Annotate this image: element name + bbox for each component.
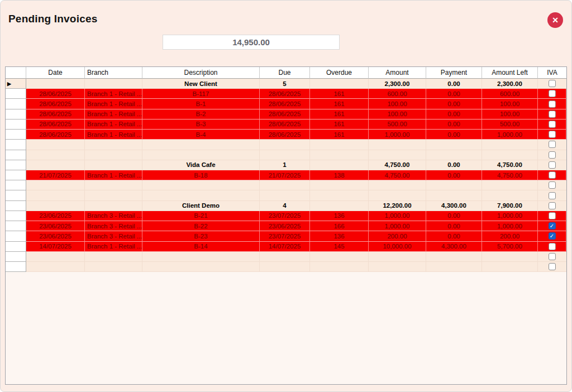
cell-overdue[interactable]: 161	[310, 109, 369, 119]
cell-payment[interactable]	[426, 150, 482, 160]
cell-description[interactable]: B-4	[142, 130, 260, 140]
cell-date[interactable]: 28/06/2025	[26, 109, 85, 119]
iva-checkbox[interactable]	[549, 263, 556, 270]
cell-overdue[interactable]	[310, 190, 369, 200]
iva-checkbox[interactable]	[549, 171, 556, 179]
cell-amount_left[interactable]	[482, 140, 538, 150]
cell-due[interactable]: 28/06/2025	[260, 99, 310, 109]
cell-description[interactable]: B-2	[142, 109, 260, 119]
cell-branch[interactable]: Branch 3 - Retail ...	[85, 231, 142, 241]
cell-overdue[interactable]: 161	[310, 130, 369, 140]
cell-description[interactable]	[142, 262, 260, 272]
cell-payment[interactable]: 0.00	[426, 99, 482, 109]
iva-checkbox[interactable]	[549, 253, 556, 260]
cell-amount_left[interactable]: 100.00	[482, 109, 538, 119]
cell-payment[interactable]	[426, 262, 482, 272]
cell-overdue[interactable]	[310, 160, 369, 170]
cell-due[interactable]: 28/06/2025	[260, 119, 310, 130]
cell-amount[interactable]: 100.00	[369, 109, 426, 119]
cell-date[interactable]: 23/06/2025	[26, 231, 85, 241]
cell-amount[interactable]: 500.00	[369, 119, 426, 130]
cell-amount[interactable]: 600.00	[369, 89, 426, 99]
cell-date[interactable]: 28/06/2025	[26, 99, 85, 109]
cell-payment[interactable]: 4,300.00	[426, 242, 482, 252]
cell-date[interactable]	[26, 150, 85, 160]
cell-payment[interactable]	[426, 190, 482, 200]
cell-amount_left[interactable]	[482, 252, 538, 262]
cell-description[interactable]: Client Demo	[142, 201, 260, 211]
cell-overdue[interactable]	[310, 262, 369, 272]
cell-due[interactable]: 21/07/2025	[260, 170, 310, 180]
cell-amount[interactable]	[369, 252, 426, 262]
row-header-cell[interactable]	[6, 99, 26, 109]
cell-amount[interactable]: 100.00	[369, 99, 426, 109]
iva-checkbox[interactable]	[549, 181, 556, 189]
cell-due[interactable]	[260, 140, 310, 150]
cell-description[interactable]: B-14	[142, 242, 260, 252]
cell-branch[interactable]	[85, 140, 142, 150]
cell-description[interactable]: Vida Cafe	[142, 160, 260, 170]
column-header-description[interactable]: Description	[142, 67, 260, 79]
cell-branch[interactable]: Branch 3 - Retail ...	[85, 221, 142, 231]
cell-due[interactable]: 23/07/2025	[260, 231, 310, 241]
cell-amount_left[interactable]	[482, 190, 538, 200]
cell-amount_left[interactable]	[482, 180, 538, 190]
column-header-amount_left[interactable]: Amount Left	[482, 67, 538, 79]
cell-payment[interactable]: 0.00	[426, 130, 482, 140]
cell-amount[interactable]: 4,750.00	[369, 160, 426, 170]
row-header-cell[interactable]	[6, 150, 26, 160]
cell-payment[interactable]	[426, 180, 482, 190]
row-header-cell[interactable]	[6, 180, 26, 190]
iva-checkbox[interactable]	[549, 212, 556, 219]
row-header-cell[interactable]	[6, 211, 26, 221]
cell-date[interactable]: 28/06/2025	[26, 119, 85, 130]
cell-payment[interactable]: 4,300.00	[426, 201, 482, 211]
column-header-date[interactable]: Date	[26, 67, 85, 79]
cell-amount[interactable]: 4,750.00	[369, 170, 426, 180]
cell-due[interactable]	[260, 252, 310, 262]
cell-branch[interactable]: Branch 3 - Retail ...	[85, 211, 142, 221]
cell-branch[interactable]: Branch 1 - Retail ...	[85, 99, 142, 109]
cell-date[interactable]: 21/07/2025	[26, 170, 85, 180]
cell-branch[interactable]: Branch 1 - Retail ...	[85, 119, 142, 130]
cell-overdue[interactable]	[310, 252, 369, 262]
cell-branch[interactable]	[85, 180, 142, 190]
cell-payment[interactable]: 0.00	[426, 211, 482, 221]
cell-date[interactable]	[26, 262, 85, 272]
row-header-cell[interactable]	[6, 130, 26, 140]
iva-checkbox[interactable]	[549, 192, 556, 199]
cell-payment[interactable]	[426, 140, 482, 150]
cell-overdue[interactable]	[310, 201, 369, 211]
cell-description[interactable]	[142, 150, 260, 160]
row-header-cell[interactable]	[6, 242, 26, 252]
cell-date[interactable]	[26, 180, 85, 190]
cell-branch[interactable]: Branch 1 - Retail ...	[85, 170, 142, 180]
cell-overdue[interactable]	[310, 180, 369, 190]
cell-description[interactable]: B-18	[142, 170, 260, 180]
cell-payment[interactable]: 0.00	[426, 119, 482, 130]
cell-branch[interactable]	[85, 190, 142, 200]
cell-amount_left[interactable]: 2,300.00	[482, 79, 538, 89]
cell-date[interactable]	[26, 201, 85, 211]
cell-amount[interactable]: 12,200.00	[369, 201, 426, 211]
cell-amount[interactable]: 1,000.00	[369, 221, 426, 231]
cell-amount_left[interactable]: 600.00	[482, 89, 538, 99]
cell-due[interactable]	[260, 180, 310, 190]
cell-amount_left[interactable]	[482, 150, 538, 160]
cell-date[interactable]: 28/06/2025	[26, 89, 85, 99]
cell-overdue[interactable]: 136	[310, 231, 369, 241]
cell-amount[interactable]	[369, 180, 426, 190]
cell-branch[interactable]	[85, 79, 142, 89]
cell-due[interactable]: 23/06/2025	[260, 221, 310, 231]
iva-checkbox[interactable]	[549, 80, 556, 87]
iva-checkbox[interactable]	[549, 151, 556, 159]
cell-description[interactable]: B-1	[142, 99, 260, 109]
row-header-cell[interactable]	[6, 201, 26, 211]
cell-due[interactable]	[260, 262, 310, 272]
cell-amount[interactable]	[369, 140, 426, 150]
cell-amount[interactable]: 1,000.00	[369, 130, 426, 140]
iva-checkbox[interactable]	[549, 111, 556, 118]
cell-amount_left[interactable]: 100.00	[482, 99, 538, 109]
cell-amount[interactable]: 2,300.00	[369, 79, 426, 89]
cell-amount[interactable]: 1,000.00	[369, 211, 426, 221]
